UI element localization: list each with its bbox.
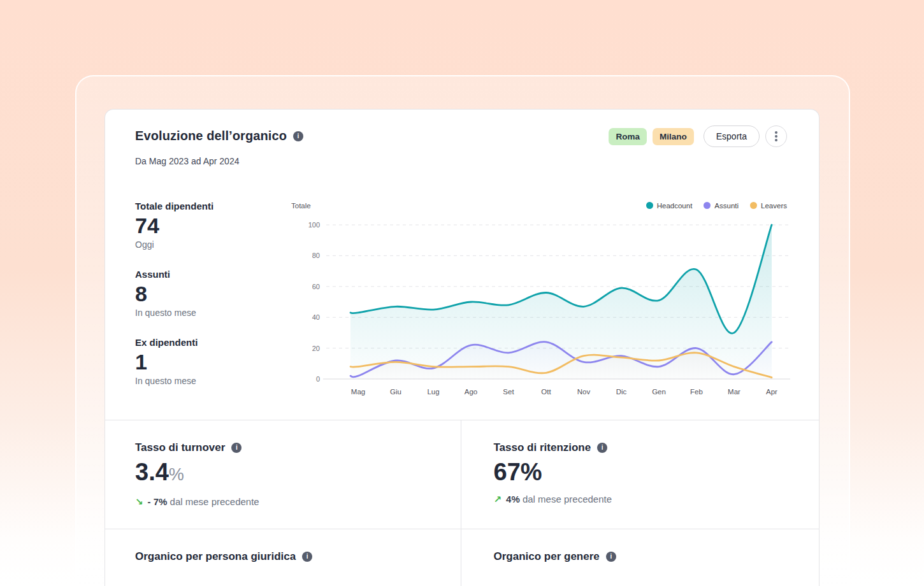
stat-total-employees: Totale dipendenti 74 Oggi [135, 201, 291, 250]
legend-dot [704, 202, 711, 209]
stat-sublabel: Oggi [135, 239, 291, 250]
info-icon[interactable]: i [231, 443, 242, 453]
svg-text:80: 80 [312, 252, 320, 259]
kebab-dot [775, 139, 777, 141]
retention-value: 67% [494, 459, 794, 485]
legend-item-leavers[interactable]: Leavers [750, 202, 787, 210]
stat-sublabel: In questo mese [135, 376, 291, 386]
svg-text:Ott: Ott [541, 388, 551, 396]
chart-legend: HeadcountAssuntiLeavers [646, 202, 787, 210]
stat-value: 74 [135, 213, 291, 238]
date-range-subtitle: Da Mag 2023 ad Apr 2024 [135, 156, 303, 166]
svg-text:Nov: Nov [577, 388, 591, 396]
turnover-trend: ↘ - 7% dal mese precedente [135, 496, 435, 507]
chart-body: Totale dipendenti 74 Oggi Assunti 8 In q… [135, 201, 787, 405]
info-icon[interactable]: i [293, 131, 303, 141]
header-titles: Evoluzione dell’organico i Da Mag 2023 a… [135, 129, 303, 166]
y-axis-title: Totale [291, 202, 311, 210]
svg-text:Apr: Apr [766, 388, 777, 396]
page-title: Evoluzione dell’organico [135, 129, 287, 143]
kebab-menu-button[interactable] [765, 125, 787, 147]
bottom-row: Organico per persona giuridica i Organic… [105, 529, 819, 586]
kpi-row: Tasso di turnover i 3.4% ↘ - 7% dal mese… [105, 420, 819, 529]
gender-title: Organico per genere [494, 550, 600, 563]
svg-text:Gen: Gen [652, 388, 666, 396]
stat-value: 8 [135, 281, 291, 306]
retention-trend: ↗ 4% dal mese precedente [494, 494, 794, 504]
svg-text:Dic: Dic [616, 388, 627, 396]
chart-area: Totale HeadcountAssuntiLeavers 020406080… [291, 201, 787, 405]
info-icon[interactable]: i [302, 552, 312, 562]
stats-column: Totale dipendenti 74 Oggi Assunti 8 In q… [135, 201, 291, 405]
info-icon[interactable]: i [606, 552, 616, 562]
retention-card: Tasso di ritenzione i 67% ↗ 4% dal mese … [461, 420, 819, 529]
svg-text:0: 0 [316, 375, 320, 383]
stat-leavers: Ex dipendenti 1 In questo mese [135, 337, 291, 386]
kebab-dot [775, 131, 777, 134]
svg-text:Feb: Feb [690, 388, 703, 396]
svg-text:Ago: Ago [465, 388, 477, 396]
legend-item-headcount[interactable]: Headcount [646, 202, 693, 210]
app-window-frame: Evoluzione dell’organico i Da Mag 2023 a… [75, 75, 850, 586]
svg-text:100: 100 [308, 221, 320, 229]
gender-card: Organico per genere i [461, 529, 819, 586]
filter-badge-milano[interactable]: Milano [653, 128, 694, 145]
legend-dot [646, 202, 653, 209]
info-icon[interactable]: i [597, 443, 607, 453]
export-button[interactable]: Esporta [704, 125, 760, 147]
dashboard-card: Evoluzione dell’organico i Da Mag 2023 a… [105, 109, 819, 586]
retention-title: Tasso di ritenzione [494, 441, 591, 454]
legend-dot [750, 202, 757, 209]
kebab-dot [775, 135, 777, 138]
stat-label: Totale dipendenti [135, 201, 291, 211]
svg-text:20: 20 [312, 345, 320, 352]
stat-label: Assunti [135, 269, 291, 280]
trend-down-icon: ↘ [135, 497, 143, 506]
legend-item-assunti[interactable]: Assunti [704, 202, 739, 210]
stat-label: Ex dipendenti [135, 337, 291, 348]
stat-value: 1 [135, 349, 291, 375]
section-header: Evoluzione dell’organico i Da Mag 2023 a… [135, 129, 787, 166]
svg-text:Lug: Lug [427, 388, 439, 396]
stat-hired: Assunti 8 In questo mese [135, 269, 291, 318]
headcount-evolution-section: Evoluzione dell’organico i Da Mag 2023 a… [105, 110, 819, 420]
filter-badge-roma[interactable]: Roma [609, 128, 647, 145]
turnover-card: Tasso di turnover i 3.4% ↘ - 7% dal mese… [105, 420, 461, 529]
legal-entity-card: Organico per persona giuridica i [105, 529, 461, 586]
legal-entity-title: Organico per persona giuridica [135, 550, 296, 563]
header-actions: Roma Milano Esporta [609, 125, 787, 147]
svg-text:40: 40 [312, 313, 320, 321]
trend-up-icon: ↗ [494, 494, 502, 504]
svg-text:60: 60 [312, 283, 320, 290]
stat-sublabel: In questo mese [135, 308, 291, 318]
turnover-value: 3.4% [135, 459, 435, 488]
turnover-title: Tasso di turnover [135, 441, 225, 454]
svg-text:Mag: Mag [351, 388, 365, 396]
svg-text:Set: Set [503, 388, 514, 396]
headcount-chart[interactable]: 020406080100MagGiuLugAgoSetOttNovDicGenF… [291, 218, 790, 400]
svg-text:Giu: Giu [390, 388, 401, 396]
svg-text:Mar: Mar [728, 388, 740, 396]
